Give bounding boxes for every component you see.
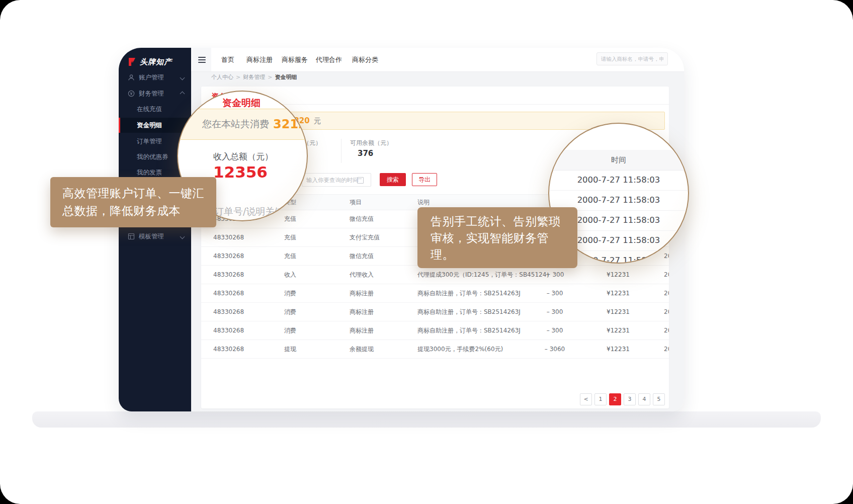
calendar-icon[interactable] [357,177,364,184]
cell-balance: ¥12231 [595,340,641,358]
callout-right: 告别手工统计、告别繁琐审核，实现智能财务管理。 [417,207,577,268]
callout-right-text: 告别手工统计、告别繁琐审核，实现智能财务管理。 [431,215,561,261]
cell-project: 商标注册 [350,284,374,302]
finance-icon [128,90,135,97]
cell-amount: – 300 [537,284,572,302]
cell-time: 2000-7-27 11:58:03 [664,284,669,302]
breadcrumb-separator: > [236,74,240,80]
magnified-time-row: 2000-7-27 11:58:03 [549,170,688,191]
cell-order: 48330268 [213,321,244,340]
table-row: 48330268 消费 商标注册 商标自助注册，订单号：SB2514263J –… [201,321,669,340]
magnified-tab-text: 资金明细 [222,97,261,110]
cell-balance: ¥12231 [595,266,641,284]
cell-project: 支付宝充值 [350,228,380,246]
magnified-time-header: 时间 [549,150,688,171]
cell-desc: 商标自助注册，订单号：SB2514263J [417,303,521,321]
cell-project: 余额提现 [350,340,374,358]
nav-item-categories[interactable]: 商标分类 [352,48,378,71]
cell-time: 2000-7-27 11:58:03 [664,247,669,265]
nav-item-home[interactable]: 首页 [221,48,234,71]
magnified-income-label: 收入总额（元） [213,151,273,162]
magnified-banner-prefix: 您在本站共消费 [202,118,269,131]
table-row: 48330268 消费 商标注册 商标自助注册，订单号：SB2514263J –… [201,303,669,321]
page-prev-button[interactable]: < [580,393,592,405]
pagination: < 1 2 3 4 5 [580,393,665,405]
page-button-5[interactable]: 5 [653,393,665,405]
chevron-down-icon [180,234,185,239]
cell-project: 商标注册 [350,321,374,340]
nav-item-services[interactable]: 商标服务 [282,48,308,71]
brand-name: 头牌知产 [140,57,172,67]
cell-type: 提现 [284,340,296,358]
cell-time: 2000-7-27 11:58:03 [664,340,669,358]
top-navbar: 首页 商标注册 商标服务 代理合作 商标分类 [191,48,684,72]
cell-project: 商标注册 [350,303,374,321]
cell-order: 48330268 [213,266,244,284]
table-row: 48330268 提现 余额提现 提现3000元，手续费2%(60元) – 30… [201,340,669,359]
laptop-base [32,411,821,428]
table-row: 48330268 消费 商标注册 商标自助注册，订单号：SB2514263J –… [201,284,669,303]
cell-type: 消费 [284,321,296,340]
nav-item-register[interactable]: 商标注册 [246,48,273,71]
breadcrumb-separator: > [268,74,272,80]
callout-left-text: 高效管理账户订单、一键汇总数据，降低财务成本 [62,187,204,217]
cell-time: 2000-7-27 11:58:03 [664,266,669,284]
nav-item-agency[interactable]: 代理合作 [316,48,342,71]
cell-project: 微信充值 [350,247,374,265]
breadcrumb-part[interactable]: 个人中心 [211,74,233,80]
sidebar-subitem-recharge[interactable]: 在线充值 [119,102,191,117]
search-button[interactable]: 搜索 [380,173,406,186]
page-button-1[interactable]: 1 [594,393,607,405]
sidebar-subitem-label: 我的优惠券 [137,153,168,161]
sidebar-item-account[interactable]: 账户管理 [119,70,191,85]
cell-desc: 代理提成300元（ID:1245，订单号：SB45124） [417,266,552,284]
header-project[interactable]: 项目 [350,195,355,210]
sidebar-subitem-label: 资金明细 [137,121,162,130]
cell-order: 48330268 [213,284,244,302]
marketing-canvas: 头牌知产 账户管理 财务管理 在线充值 资金明细 订单管理 [0,0,853,504]
template-icon [128,233,135,240]
cell-time: 2000-7-27 11:58:03 [664,303,669,321]
cell-amount: – 300 [537,303,572,321]
cell-order: 48330268 [213,228,244,246]
cell-type: 充值 [284,247,296,265]
sidebar-subitem-label: 在线充值 [137,105,162,114]
magnified-banner: 您在本站共消费 32124 [177,109,308,140]
cell-time: 2000-7-27 11:58:03 [664,321,669,340]
banner-suffix: 元 [314,117,321,125]
sidebar-subitem-label: 我的发票 [137,169,162,177]
sidebar-subitem-funds-detail[interactable]: 资金明细 [119,118,191,133]
cell-order: 48330268 [213,303,244,321]
cell-type: 消费 [284,284,296,302]
sidebar-item-label: 模板管理 [139,232,164,241]
cell-balance: ¥12231 [595,284,641,302]
sidebar-item-finance[interactable]: 财务管理 [119,86,191,101]
sidebar-item-templates[interactable]: 模板管理 [119,229,191,244]
trademark-search-input[interactable] [596,52,668,65]
page-button-2-active[interactable]: 2 [609,393,621,405]
page-button-3[interactable]: 3 [624,393,636,405]
cell-type: 收入 [284,266,296,284]
magnified-income-value: 12356 [213,163,268,181]
sidebar-item-label: 账户管理 [139,73,164,82]
cell-amount: – 3060 [537,340,572,358]
export-button[interactable]: 导出 [412,173,437,186]
breadcrumb-part[interactable]: 财务管理 [243,74,265,80]
page-button-4[interactable]: 4 [638,393,650,405]
stat-divider [341,139,342,163]
cell-project: 微信充值 [350,210,374,228]
brand-logo[interactable]: 头牌知产 [127,57,172,67]
cell-type: 充值 [284,228,296,246]
sidebar-item-label: 财务管理 [139,90,164,98]
sidebar: 头牌知产 账户管理 财务管理 在线充值 资金明细 订单管理 [119,48,191,411]
cell-type: 充值 [284,210,296,228]
cell-amount: – 300 [537,321,572,340]
hamburger-menu-icon[interactable] [192,48,211,71]
cell-amount: + 300 [537,266,572,284]
breadcrumb: 个人中心>财务管理>资金明细 [211,71,297,83]
sidebar-subitem-label: 订单管理 [137,137,162,146]
stat-balance-label: 可用余额（元） [350,139,392,147]
stat-balance-value: 376 [358,149,373,158]
cell-order: 48330268 [213,340,244,358]
cell-desc: 商标自助注册，订单号：SB2514263J [417,284,521,302]
